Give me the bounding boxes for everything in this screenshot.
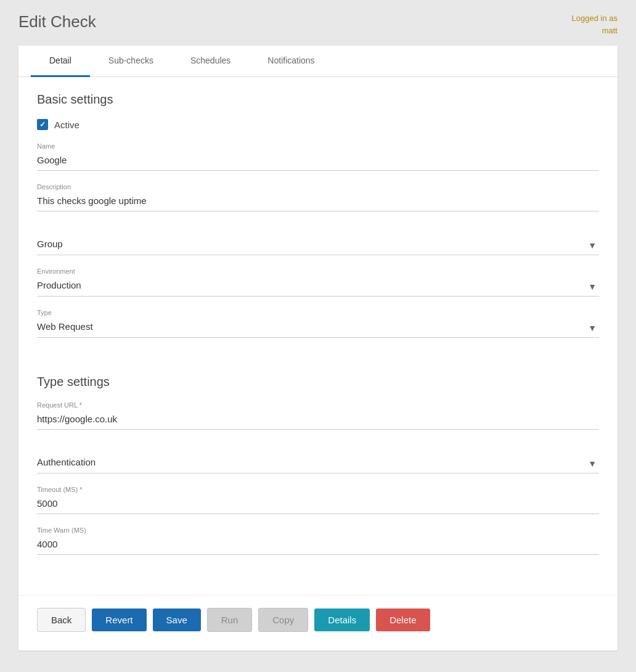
revert-button[interactable]: Revert: [92, 608, 146, 631]
content-area: Basic settings Active Name Description G…: [18, 77, 618, 583]
active-label: Active: [54, 120, 80, 130]
main-card: Detail Sub-checks Schedules Notification…: [18, 46, 618, 650]
group-select[interactable]: Group: [37, 239, 599, 249]
type-select[interactable]: Web Request Ping DNS: [37, 321, 599, 332]
name-field-group: Name: [37, 142, 599, 171]
tab-detail[interactable]: Detail: [31, 46, 90, 77]
time-warn-label: Time Warn (MS): [37, 527, 599, 534]
type-select-wrapper: Web Request Ping DNS ▼: [37, 319, 599, 338]
active-checkbox-row: Active: [37, 119, 599, 130]
delete-button[interactable]: Delete: [376, 608, 430, 631]
group-field-group: Group ▼: [37, 236, 599, 255]
run-button: Run: [207, 608, 253, 632]
environment-field-group: Environment Production Staging Developme…: [37, 268, 599, 297]
timeout-label: Timeout (MS) *: [37, 486, 599, 493]
time-warn-field-group: Time Warn (MS): [37, 527, 599, 555]
back-button[interactable]: Back: [37, 608, 86, 632]
description-input[interactable]: [37, 193, 599, 211]
tab-notifications[interactable]: Notifications: [249, 46, 333, 77]
authentication-field-group: Authentication Basic Bearer ▼: [37, 454, 599, 473]
name-label: Name: [37, 142, 599, 150]
timeout-input[interactable]: [37, 496, 599, 514]
environment-select-wrapper: Production Staging Development ▼: [37, 277, 599, 297]
timeout-field-group: Timeout (MS) *: [37, 486, 599, 514]
basic-settings-title: Basic settings: [37, 92, 599, 107]
authentication-select-wrapper: Authentication Basic Bearer ▼: [37, 454, 599, 473]
authentication-select[interactable]: Authentication Basic Bearer: [37, 457, 599, 467]
active-checkbox[interactable]: [37, 119, 48, 130]
save-button[interactable]: Save: [153, 608, 201, 631]
tab-subchecks[interactable]: Sub-checks: [90, 46, 172, 77]
logged-in-info: Logged in as matt: [572, 12, 618, 36]
name-input[interactable]: [37, 152, 599, 171]
type-field-group: Type Web Request Ping DNS ▼: [37, 309, 599, 338]
request-url-field-group: Request URL *: [37, 401, 599, 430]
tabs-container: Detail Sub-checks Schedules Notification…: [18, 46, 618, 77]
tab-schedules[interactable]: Schedules: [172, 46, 249, 77]
environment-select[interactable]: Production Staging Development: [37, 280, 599, 290]
copy-button: Copy: [258, 608, 308, 632]
description-label: Description: [37, 183, 599, 191]
request-url-input[interactable]: [37, 411, 599, 430]
type-label: Type: [37, 309, 599, 316]
request-url-label: Request URL *: [37, 401, 599, 409]
details-button[interactable]: Details: [314, 608, 370, 631]
environment-label: Environment: [37, 268, 599, 275]
time-warn-input[interactable]: [37, 536, 599, 555]
type-settings-title: Type settings: [37, 375, 599, 389]
bottom-bar: Back Revert Save Run Copy Details Delete: [18, 595, 618, 638]
group-select-wrapper: Group ▼: [37, 236, 599, 255]
description-field-group: Description: [37, 183, 599, 211]
page-title: Edit Check: [18, 12, 96, 31]
